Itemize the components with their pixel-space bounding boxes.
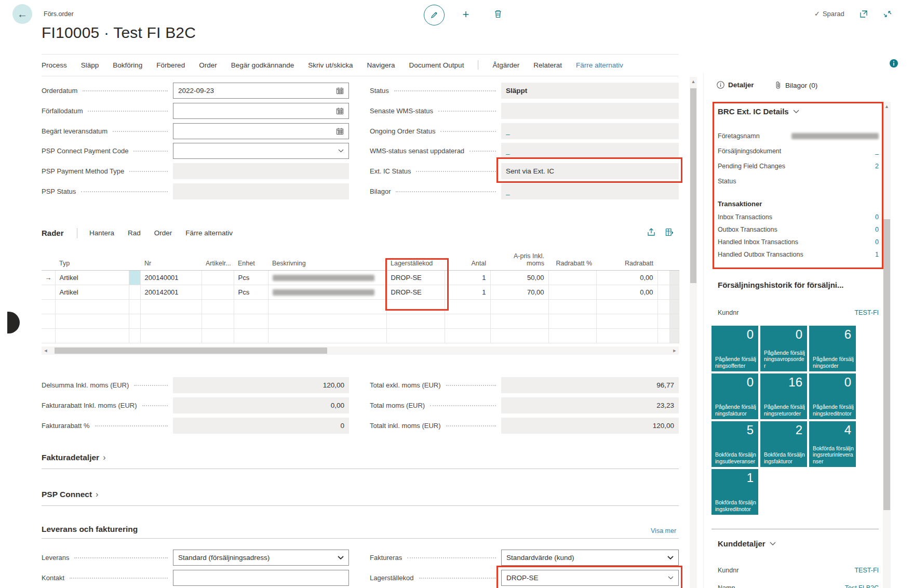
cell-radrabatt-pct[interactable] <box>548 285 596 300</box>
ribbon-item-process[interactable]: Process <box>42 61 67 69</box>
lines-menu-rad[interactable]: Rad <box>128 229 141 237</box>
table-scrollbar[interactable] <box>669 271 679 285</box>
cell-nr[interactable]: 200140001 <box>140 271 202 285</box>
psp-connect-payment-code-select[interactable] <box>173 143 349 159</box>
scroll-right-icon[interactable]: ► <box>672 348 678 353</box>
customer-no-link[interactable]: TEST-FI <box>854 309 879 316</box>
sales-history-heading[interactable]: Försäljningshistorik för försäljni... <box>718 280 844 289</box>
section-psp-connect[interactable]: PSP Connect › <box>42 490 98 499</box>
cell-beskrivning[interactable] <box>268 285 386 300</box>
cell-radrabatt-pct[interactable] <box>548 271 596 285</box>
col-artikelr[interactable]: Artikelr... <box>202 251 234 271</box>
ribbon-item-relaterat[interactable]: Relaterat <box>533 61 562 69</box>
pane-splitter-handle[interactable] <box>7 312 20 333</box>
cell-radrabatt[interactable]: 0,00 <box>596 285 657 300</box>
tab-bilagor[interactable]: Bilagor (0) <box>775 81 817 89</box>
ribbon-item-farre-alternativ[interactable]: Färre alternativ <box>576 61 623 69</box>
cell-typ[interactable]: Artikel <box>55 271 129 285</box>
col-typ[interactable]: Typ <box>55 251 129 271</box>
scrollbar-thumb[interactable] <box>690 88 696 283</box>
open-lines-in-excel-button[interactable] <box>665 228 674 237</box>
share-lines-button[interactable] <box>647 228 656 237</box>
calendar-icon[interactable] <box>336 127 344 135</box>
cell-radrabatt[interactable]: 0,00 <box>596 271 657 285</box>
ribbon-item-navigera[interactable]: Navigera <box>367 61 395 69</box>
ribbon-item-document-output[interactable]: Document Output <box>409 61 464 69</box>
cue-tile-bokforda-kreditnotor[interactable]: 1 Bokförda försäljningskreditnotor <box>711 469 758 515</box>
ribbon-item-forbered[interactable]: Förbered <box>156 61 185 69</box>
col-lagerstallekod[interactable]: Lagerställekod <box>386 251 445 271</box>
cue-tile-utleveranser[interactable]: 5 Bokförda försäljningsutleveranser <box>711 421 758 467</box>
cell-beskrivning[interactable] <box>268 271 386 285</box>
cue-tile-returinleveranser[interactable]: 4 Bokförda försäljningsreturinleveranser <box>809 421 856 467</box>
cell-lagerstallekod[interactable]: DROP-SE <box>386 285 445 300</box>
ribbon-item-order[interactable]: Order <box>199 61 217 69</box>
lines-menu-farre-alternativ[interactable]: Färre alternativ <box>185 229 233 237</box>
back-button[interactable]: ← <box>12 4 32 24</box>
col-beskrivning[interactable]: Beskrivning <box>268 251 386 271</box>
page-inspection-button[interactable] <box>889 59 898 68</box>
scroll-up-icon[interactable]: ▲ <box>883 104 891 109</box>
ribbon-item-begar-godkannande[interactable]: Begär godkännande <box>231 61 294 69</box>
customer-details-heading[interactable]: Kunddetaljer <box>718 539 776 548</box>
kontakt-input[interactable] <box>173 570 349 586</box>
edit-button[interactable] <box>424 5 445 25</box>
cell-enhet[interactable]: Pcs <box>234 285 268 300</box>
faktureras-select[interactable]: Standardvärde (kund) <box>501 550 679 566</box>
cell-a-pris[interactable]: 50,00 <box>490 271 548 285</box>
cell-nr[interactable]: 200142001 <box>140 285 202 300</box>
leverans-select[interactable]: Standard (försäljningsadress) <box>173 550 349 566</box>
collapse-window-button[interactable] <box>883 9 892 19</box>
col-nr[interactable]: Nr <box>140 251 202 271</box>
factbox-vertical-scrollbar[interactable]: ▲ <box>883 102 891 588</box>
open-in-new-window-button[interactable] <box>859 9 868 19</box>
customer-name-link[interactable]: Test FI B2C <box>845 584 879 588</box>
cue-tile-order[interactable]: 6 Pågående försäljningsorder <box>809 326 856 371</box>
cue-tile-returorder[interactable]: 16 Pågående försäljningsreturorder <box>760 373 807 419</box>
scroll-up-icon[interactable]: ▲ <box>690 79 697 84</box>
cue-tile-kreditnotor[interactable]: 0 Pågående försäljningskreditnotor <box>809 373 856 419</box>
main-vertical-scrollbar[interactable]: ▲ <box>690 77 697 588</box>
begart-leveransdatum-input[interactable] <box>173 123 349 139</box>
col-radrabatt[interactable]: Radrabatt <box>596 251 657 271</box>
cell-enhet[interactable]: Pcs <box>234 271 268 285</box>
lines-menu-order[interactable]: Order <box>154 229 172 237</box>
section-leverans-och-fakturering[interactable]: Leverans och fakturering <box>42 525 138 534</box>
cell-artikelnr[interactable] <box>202 285 234 300</box>
show-more-link[interactable]: Visa mer <box>651 527 676 534</box>
ribbon-item-slapp[interactable]: Släpp <box>81 61 99 69</box>
lagerstallekod-select[interactable]: DROP-SE <box>501 570 679 586</box>
cue-tile-fakturor[interactable]: 0 Pågående försäljningsfakturor <box>711 373 758 419</box>
new-button[interactable]: + <box>460 9 472 20</box>
col-antal[interactable]: Antal <box>445 251 490 271</box>
section-fakturadetaljer[interactable]: Fakturadetaljer › <box>42 453 105 462</box>
cell-lagerstallekod[interactable]: DROP-SE <box>386 271 445 285</box>
ribbon-item-atgarder[interactable]: Åtgärder <box>492 61 519 69</box>
calendar-icon[interactable] <box>336 87 344 95</box>
row-menu-button[interactable] <box>129 271 140 285</box>
lines-horizontal-scrollbar[interactable]: ◄ ► <box>42 346 679 355</box>
customer-no-link[interactable]: TEST-FI <box>854 567 879 574</box>
col-enhet[interactable]: Enhet <box>234 251 268 271</box>
scrollbar-thumb[interactable] <box>883 219 890 510</box>
scroll-left-icon[interactable]: ◄ <box>43 348 49 353</box>
lines-menu-hantera[interactable]: Hantera <box>89 229 114 237</box>
calendar-icon[interactable] <box>336 107 344 115</box>
brc-details-heading[interactable]: BRC Ext. IC Details <box>718 107 799 116</box>
orderdatum-input[interactable]: 2022-09-23 <box>173 83 349 99</box>
cell-a-pris[interactable]: 70,00 <box>490 285 548 300</box>
col-radrabatt-pct[interactable]: Radrabatt % <box>548 251 596 271</box>
cell-antal[interactable]: 1 <box>445 271 490 285</box>
ribbon-item-skriv-ut[interactable]: Skriv ut/skicka <box>308 61 353 69</box>
cell-antal[interactable]: 1 <box>445 285 490 300</box>
tab-detaljer[interactable]: Detaljer <box>717 81 754 89</box>
cue-tile-avropsorder[interactable]: 0 Pågående försäljningsavropsorder <box>760 326 807 371</box>
ribbon-item-bokforing[interactable]: Bokföring <box>113 61 142 69</box>
cell-artikelnr[interactable] <box>202 271 234 285</box>
col-a-pris[interactable]: A-pris Inkl. moms <box>490 251 548 271</box>
delete-button[interactable] <box>493 9 503 19</box>
cue-tile-offerter[interactable]: 0 Pågående försäljningsofferter <box>711 326 758 371</box>
cue-tile-bokforda-fakturor[interactable]: 2 Bokförda försäljningsfakturor <box>760 421 807 467</box>
forfallodatum-input[interactable] <box>173 103 349 119</box>
cell-typ[interactable]: Artikel <box>55 285 129 300</box>
